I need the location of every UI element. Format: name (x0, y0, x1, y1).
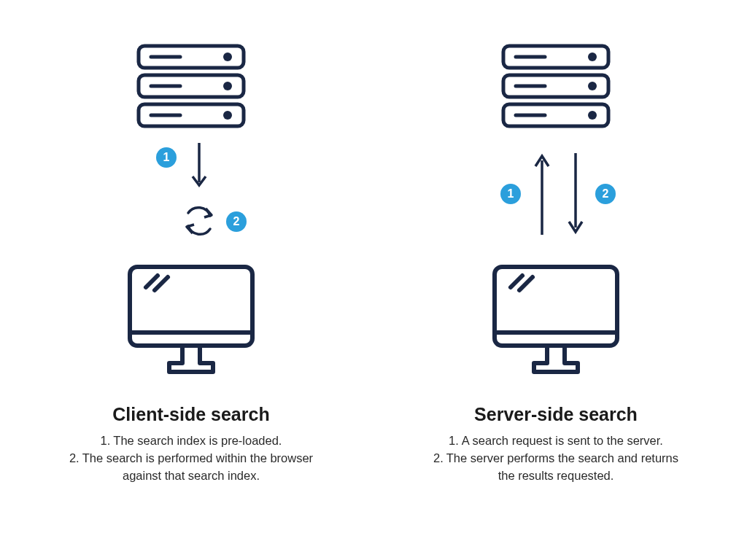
svg-line-27 (511, 276, 522, 287)
server-step-1: 1.A search request is sent to the server… (430, 432, 681, 450)
step-badge-1: 1 (156, 147, 177, 168)
svg-point-22 (588, 111, 597, 120)
svg-point-5 (223, 82, 232, 90)
server-unit-icon (501, 44, 611, 70)
server-caption: Server-side search 1.A search request is… (425, 404, 687, 485)
svg-point-2 (223, 52, 232, 61)
client-step-2: 2.The search is performed within the bro… (66, 450, 317, 485)
server-unit-icon (501, 73, 611, 99)
step-badge-1: 1 (500, 184, 521, 204)
diagram-container: 1 2 (0, 0, 747, 485)
client-step-1: 1.The search index is pre-loaded. (66, 432, 317, 450)
server-unit-icon (136, 73, 246, 99)
svg-point-16 (588, 52, 597, 61)
server-side-column: 1 2 Server-side search (425, 44, 687, 485)
arrow-down-icon (565, 150, 587, 238)
svg-line-12 (146, 276, 158, 287)
arrow-up-icon (531, 150, 553, 238)
server-unit-icon (136, 44, 246, 70)
step-badge-2: 2 (226, 211, 247, 232)
server-icon (136, 44, 246, 128)
svg-point-8 (223, 111, 232, 120)
svg-point-19 (588, 82, 597, 90)
server-unit-icon (501, 102, 611, 128)
step-badge-2: 2 (595, 184, 616, 204)
client-steps-list: 1.The search index is pre-loaded. 2.The … (66, 432, 317, 485)
client-title: Client-side search (66, 404, 317, 425)
server-steps-list: 1.A search request is sent to the server… (430, 432, 681, 485)
server-title: Server-side search (430, 404, 681, 425)
server-icon (501, 44, 611, 128)
server-flow-area: 1 2 (483, 136, 629, 252)
client-side-column: 1 2 (60, 44, 322, 485)
monitor-icon (490, 262, 622, 382)
client-caption: Client-side search 1.The search index is… (60, 404, 322, 485)
monitor-icon (125, 262, 257, 382)
server-unit-icon (136, 102, 246, 128)
refresh-icon (181, 203, 217, 239)
client-flow-area: 1 2 (118, 136, 264, 252)
arrow-down-icon (188, 140, 210, 191)
server-step-2: 2.The server performs the search and ret… (430, 450, 681, 485)
